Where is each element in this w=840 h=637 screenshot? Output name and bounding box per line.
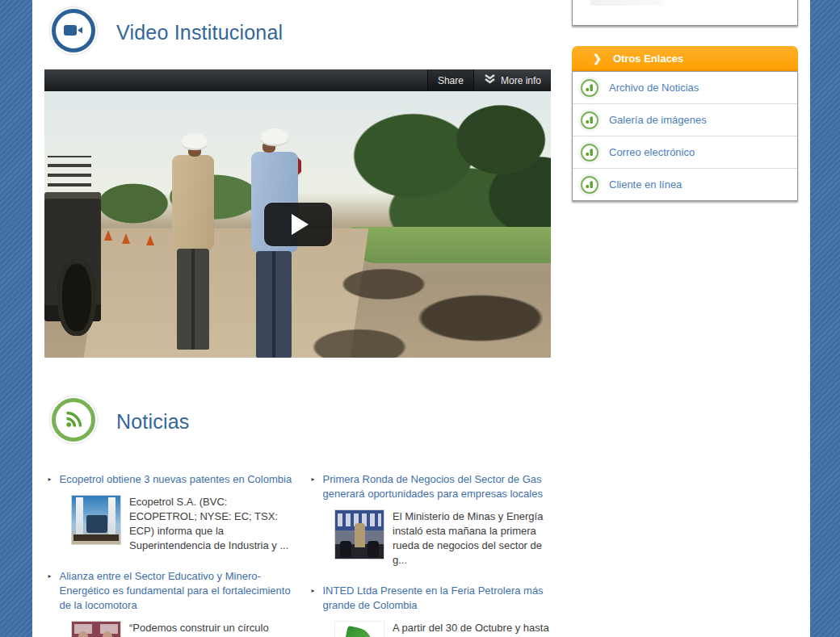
news-grid: ‣ Ecopetrol obtiene 3 nuevas patentes en… — [47, 472, 557, 637]
video-grass — [351, 227, 551, 263]
sidebar-item-cliente-en-linea[interactable]: Cliente en línea — [573, 168, 797, 200]
more-info-button[interactable]: More info — [474, 69, 551, 91]
bar-chart-icon — [581, 111, 598, 129]
hard-hat — [182, 133, 208, 149]
bullet-icon: ‣ — [310, 472, 316, 501]
otros-enlaces-title: Otros Enlaces — [613, 52, 683, 65]
noticias-section-title: Noticias — [116, 410, 190, 434]
otros-enlaces-box: Archivo de Noticias Galería de imágenes … — [572, 71, 798, 201]
video-road-shadows — [311, 265, 551, 358]
sidebar-top-box — [572, 0, 798, 26]
video-section-title: Video Institucional — [116, 21, 283, 44]
news-thumbnail[interactable] — [334, 509, 384, 559]
news-item: ‣ Ecopetrol obtiene 3 nuevas patentes en… — [47, 472, 294, 553]
bar-chart-icon — [581, 144, 598, 161]
bar-chart-icon — [581, 79, 598, 97]
video-section-badge — [49, 6, 98, 55]
noticias-section-badge — [49, 396, 98, 444]
double-chevron-down-icon — [484, 74, 496, 86]
news-column-right: ‣ Primera Ronda de Negocios del Sector d… — [310, 472, 557, 637]
player-topbar: Share More info — [44, 69, 551, 91]
news-excerpt: A partir del 30 de Octubre y hasta el 2 … — [393, 621, 557, 637]
news-item: ‣ Alianza entre el Sector Educativo y Mi… — [47, 569, 294, 637]
partial-image — [590, 0, 663, 6]
sidebar-item-label: Archivo de Noticias — [609, 82, 699, 94]
news-thumbnail[interactable] — [334, 621, 384, 637]
page-left-stripe — [0, 0, 32, 637]
more-info-label: More info — [501, 75, 541, 86]
news-item: ‣ INTED Ltda Presente en la Feria Petrol… — [310, 584, 557, 637]
play-icon — [292, 214, 309, 235]
sidebar-item-correo-electronico[interactable]: Correo electrónico — [573, 136, 797, 168]
traffic-cone — [104, 230, 112, 241]
page-right-stripe — [810, 0, 840, 637]
video-frame: PARE — [44, 91, 551, 358]
traffic-cone — [122, 233, 130, 244]
sidebar-item-label: Cliente en línea — [609, 178, 682, 191]
news-thumbnail[interactable] — [71, 621, 121, 637]
sidebar-item-label: Galería de imágenes — [609, 114, 707, 126]
bullet-icon: ‣ — [47, 569, 52, 613]
otros-enlaces-header: ❯ Otros Enlaces — [572, 46, 798, 71]
rss-icon — [52, 398, 95, 442]
bar-chart-icon — [581, 176, 598, 194]
sidebar-item-archivo-de-noticias[interactable]: Archivo de Noticias — [573, 72, 797, 103]
news-title-link[interactable]: Alianza entre el Sector Educativo y Mine… — [60, 569, 295, 613]
bullet-icon: ‣ — [47, 472, 52, 487]
news-excerpt: El Ministerio de Minas y Energía instaló… — [393, 509, 557, 568]
bullet-icon: ‣ — [310, 584, 316, 613]
news-title-link[interactable]: INTED Ltda Presente en la Feria Petroler… — [323, 584, 558, 613]
news-title-link[interactable]: Ecopetrol obtiene 3 nuevas patentes en C… — [60, 472, 292, 487]
news-title-link[interactable]: Primera Ronda de Negocios del Sector de … — [323, 472, 558, 501]
person-khaki — [164, 133, 229, 351]
share-label: Share — [438, 75, 464, 86]
share-button[interactable]: Share — [427, 69, 474, 91]
video-truck — [44, 156, 104, 358]
traffic-cone — [146, 235, 154, 245]
news-column-left: ‣ Ecopetrol obtiene 3 nuevas patentes en… — [47, 472, 294, 637]
news-item: ‣ Primera Ronda de Negocios del Sector d… — [310, 472, 557, 568]
video-camera-icon — [52, 9, 95, 52]
video-player[interactable]: PARE Share — [44, 69, 551, 358]
sidebar-item-galeria-de-imagenes[interactable]: Galería de imágenes — [573, 103, 797, 136]
news-excerpt: “Podemos construir un círculo virtuoso a… — [129, 621, 294, 637]
chevron-right-icon: ❯ — [593, 52, 602, 65]
play-button[interactable] — [264, 203, 332, 246]
news-excerpt: Ecopetrol S.A. (BVC: ECOPETROL; NYSE: EC… — [129, 495, 294, 553]
sidebar-item-label: Correo electrónico — [609, 146, 695, 158]
hard-hat — [261, 128, 288, 145]
news-thumbnail[interactable] — [71, 495, 121, 545]
